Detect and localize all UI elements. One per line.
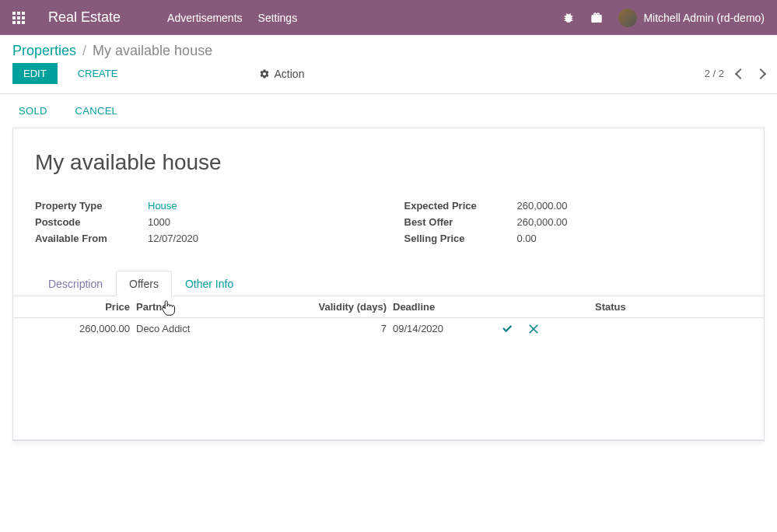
action-label: Action	[275, 68, 305, 80]
label-selling-price: Selling Price	[404, 233, 517, 244]
gear-icon	[259, 68, 270, 79]
gift-icon[interactable]	[590, 12, 603, 24]
label-available-from: Available From	[35, 233, 148, 244]
breadcrumb-root[interactable]: Properties	[12, 43, 76, 59]
edit-button[interactable]: Edit	[12, 63, 58, 84]
value-best-offer: 260,000.00	[517, 216, 568, 228]
status-bar: Sold Cancel	[0, 94, 777, 128]
cell-partner: Deco Addict	[136, 323, 315, 334]
field-property-type: Property Type House	[35, 200, 373, 212]
menu-settings[interactable]: Settings	[258, 12, 298, 24]
value-expected-price: 260,000.00	[517, 200, 568, 212]
user-menu[interactable]: Mitchell Admin (rd-demo)	[618, 9, 765, 27]
value-selling-price: 0.00	[517, 233, 537, 244]
user-name: Mitchell Admin (rd-demo)	[643, 12, 765, 24]
field-best-offer: Best Offer 260,000.00	[404, 216, 743, 228]
header-status[interactable]: Status	[595, 301, 673, 313]
value-available-from: 12/07/2020	[148, 233, 198, 244]
tab-other-info[interactable]: Other Info	[172, 271, 247, 296]
table-row[interactable]: 260,000.00 Deco Addict 7 09/14/2020	[13, 318, 764, 339]
label-expected-price: Expected Price	[404, 200, 517, 212]
apps-launcher-icon[interactable]	[12, 12, 25, 24]
label-postcode: Postcode	[35, 216, 148, 228]
table-header: Price Partner Validity (days) Deadline S…	[13, 296, 764, 318]
label-best-offer: Best Offer	[404, 216, 517, 228]
tabs: Description Offers Other Info	[13, 271, 764, 296]
avatar	[618, 9, 637, 27]
cancel-button[interactable]: Cancel	[69, 102, 124, 120]
cell-deadline: 09/14/2020	[393, 323, 502, 334]
accept-icon[interactable]	[502, 324, 513, 334]
form-sheet: My available house Property Type House P…	[12, 128, 765, 441]
pager-text[interactable]: 2 / 2	[705, 68, 724, 79]
form-fields: Property Type House Postcode 1000 Availa…	[35, 200, 742, 249]
breadcrumb-separator: /	[82, 43, 86, 59]
menu-advertisements[interactable]: Advertisements	[167, 12, 242, 24]
value-property-type[interactable]: House	[148, 200, 177, 212]
breadcrumb: Properties / My available house	[0, 35, 777, 63]
value-postcode: 1000	[148, 216, 170, 228]
sold-button[interactable]: Sold	[12, 102, 54, 120]
offers-table: Price Partner Validity (days) Deadline S…	[13, 296, 764, 440]
app-title: Real Estate	[48, 9, 121, 26]
top-header: Real Estate Advertisements Settings Mitc…	[0, 0, 777, 35]
header-partner[interactable]: Partner	[136, 301, 315, 313]
header-deadline[interactable]: Deadline	[393, 301, 502, 313]
field-expected-price: Expected Price 260,000.00	[404, 200, 743, 212]
tab-offers[interactable]: Offers	[116, 271, 172, 296]
header-validity[interactable]: Validity (days)	[315, 301, 393, 313]
pager-next-icon[interactable]	[755, 68, 766, 79]
header-price[interactable]: Price	[35, 301, 136, 313]
field-selling-price: Selling Price 0.00	[404, 233, 743, 244]
create-button[interactable]: Create	[67, 63, 129, 84]
field-postcode: Postcode 1000	[35, 216, 373, 228]
cell-validity: 7	[315, 323, 393, 334]
pager-prev-icon[interactable]	[735, 68, 746, 79]
tab-description[interactable]: Description	[35, 271, 116, 296]
refuse-icon[interactable]	[528, 324, 539, 334]
field-available-from: Available From 12/07/2020	[35, 233, 373, 244]
breadcrumb-current: My available house	[93, 43, 212, 59]
control-panel: Edit Create Action 2 / 2	[0, 63, 777, 94]
action-menu[interactable]: Action	[259, 68, 305, 80]
cell-price: 260,000.00	[35, 323, 136, 334]
label-property-type: Property Type	[35, 200, 148, 212]
form-title: My available house	[35, 150, 742, 175]
bug-icon[interactable]	[562, 12, 575, 24]
